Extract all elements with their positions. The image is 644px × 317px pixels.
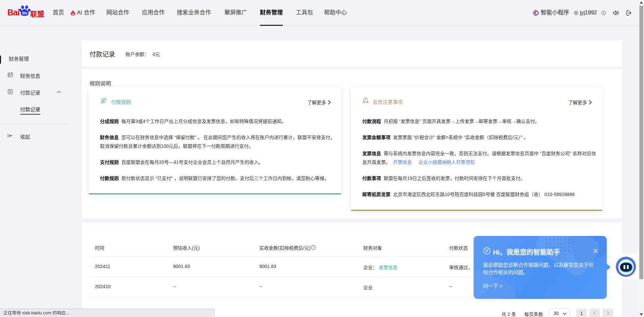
svg-text:?: ? bbox=[313, 246, 314, 249]
svg-text:?: ? bbox=[603, 11, 604, 14]
svg-text:du: du bbox=[22, 10, 28, 15]
